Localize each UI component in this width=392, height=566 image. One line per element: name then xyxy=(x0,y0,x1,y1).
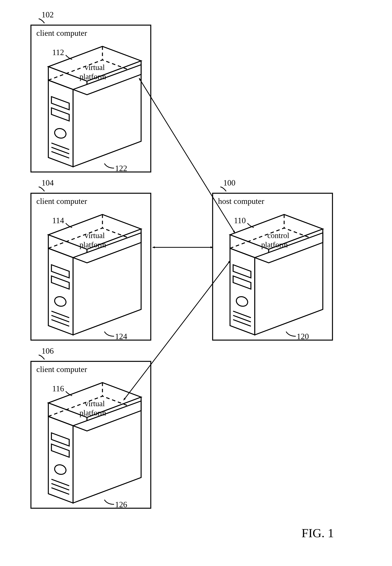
client1-platform-line2: platform xyxy=(79,72,106,81)
client1-ref: 102 xyxy=(42,10,54,19)
client3-platform-line1: virtual xyxy=(85,399,105,408)
client2-platform-line2: platform xyxy=(79,240,106,249)
svg-line-15 xyxy=(139,78,235,233)
client1-platform-ref: 112 xyxy=(52,48,64,57)
client2-title: client computer xyxy=(36,197,87,206)
figure-label: FIG. 1 xyxy=(302,526,334,540)
client1-tower-ref: 122 xyxy=(115,164,127,173)
host-tower-ref: 120 xyxy=(297,332,309,341)
client-computer-3: 106 client computer 116 virtual platform… xyxy=(31,346,151,509)
host-computer: 100 host computer 110 control platform 1… xyxy=(213,178,333,341)
host-platform-line2: platform xyxy=(261,240,288,249)
client3-title: client computer xyxy=(36,365,87,374)
client2-platform-line1: virtual xyxy=(85,231,105,240)
client1-platform-line1: virtual xyxy=(85,63,105,72)
host-platform-ref: 110 xyxy=(234,216,246,225)
host-platform-line1: control xyxy=(267,231,289,240)
client-computer-2: 104 client computer 114 virtual platform… xyxy=(31,178,151,341)
client2-tower-ref: 124 xyxy=(115,332,127,341)
client3-platform-ref: 116 xyxy=(52,384,64,393)
client3-tower-ref: 126 xyxy=(115,500,127,509)
diagram-svg: 102 client computer 112 virtual platform… xyxy=(0,0,392,566)
client1-title: client computer xyxy=(36,28,87,38)
client3-platform-line2: platform xyxy=(79,409,106,417)
client2-platform-ref: 114 xyxy=(52,216,64,225)
host-ref: 100 xyxy=(223,178,236,187)
client-computer-1: 102 client computer 112 virtual platform… xyxy=(31,10,151,173)
client3-ref: 106 xyxy=(42,346,54,355)
host-title: host computer xyxy=(218,197,264,206)
client2-ref: 104 xyxy=(42,178,54,187)
